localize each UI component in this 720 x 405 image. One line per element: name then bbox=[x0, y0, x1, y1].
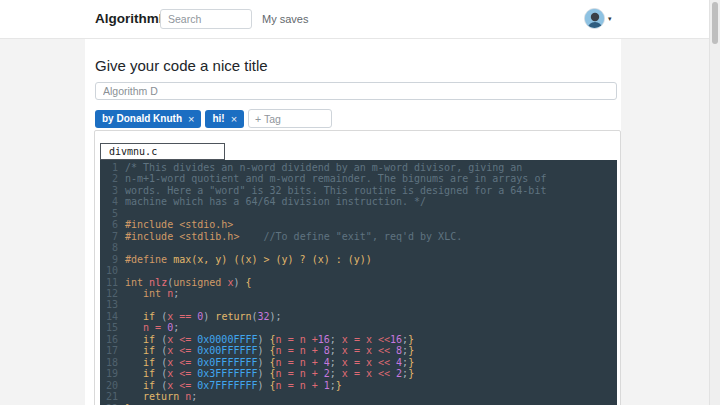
code-token: = bbox=[348, 334, 366, 345]
tag-pill[interactable]: by Donald Knuth × bbox=[95, 110, 201, 128]
code-line: 4machine which has a 64/64 division inst… bbox=[105, 196, 617, 207]
code-token bbox=[125, 380, 143, 391]
code-token: <= bbox=[173, 357, 197, 368]
code-token bbox=[239, 231, 263, 242]
code-token: + bbox=[306, 368, 324, 379]
code-token: = bbox=[282, 380, 300, 391]
code-token: } bbox=[408, 345, 414, 356]
code-token: + bbox=[306, 357, 324, 368]
code-token: ; bbox=[173, 288, 179, 299]
code-token: ) bbox=[258, 357, 270, 368]
code-token: = bbox=[282, 357, 300, 368]
code-token: ) bbox=[258, 368, 270, 379]
tag-pill[interactable]: hi! × bbox=[205, 110, 244, 128]
code-line: 3words. Here a "word" is 32 bits. This r… bbox=[105, 185, 617, 196]
line-number: 19 bbox=[105, 368, 118, 379]
line-number: 17 bbox=[105, 345, 118, 356]
code-token: nlz bbox=[149, 277, 167, 288]
code-line: 11int nlz(unsigned x) { bbox=[105, 277, 617, 288]
code-editor[interactable]: 1/* This divides an n-word dividend by a… bbox=[100, 160, 617, 405]
code-token: << bbox=[372, 334, 390, 345]
header: AlgorithmD My saves ▾ bbox=[0, 0, 720, 39]
code-token: return bbox=[143, 391, 185, 402]
code-token: 16 bbox=[318, 334, 330, 345]
code-token: ; bbox=[330, 357, 342, 368]
code-line: 6#include <stdio.h> bbox=[105, 219, 617, 230]
code-token bbox=[125, 322, 143, 333]
code-token: ; bbox=[173, 322, 179, 333]
code-token: } bbox=[336, 380, 342, 391]
code-token: ) bbox=[258, 334, 270, 345]
scrollbar-thumb[interactable] bbox=[712, 2, 718, 44]
code-token: ; bbox=[330, 334, 342, 345]
avatar[interactable] bbox=[584, 8, 605, 29]
user-photo-icon bbox=[585, 9, 605, 29]
code-token: <stdio.h> bbox=[179, 219, 233, 230]
code-lines: 1/* This divides an n-word dividend by a… bbox=[100, 160, 617, 405]
code-token: #include bbox=[125, 219, 173, 230]
code-line: 16 if (x <= 0x0000FFFF) {n = n +16; x = … bbox=[105, 334, 617, 345]
code-line: 20 if (x <= 0x7FFFFFFF) {n = n + 1;} bbox=[105, 380, 617, 391]
code-token: ; bbox=[330, 345, 342, 356]
nav-my-saves[interactable]: My saves bbox=[262, 0, 308, 38]
code-line: 10 bbox=[105, 265, 617, 276]
app-window: AlgorithmD My saves ▾ Give your code a n… bbox=[0, 0, 720, 405]
code-token: max(x, y) ((x) > (y) ? (x) : (y)) bbox=[167, 254, 372, 265]
line-number: 8 bbox=[105, 242, 118, 253]
code-token: { bbox=[245, 277, 251, 288]
tag-label: by Donald Knuth bbox=[102, 113, 182, 124]
code-token: if bbox=[143, 311, 161, 322]
brand-logo[interactable]: AlgorithmD bbox=[95, 0, 169, 38]
line-number: 3 bbox=[105, 185, 118, 196]
code-line: 9#define max(x, y) ((x) > (y) ? (x) : (y… bbox=[105, 254, 617, 265]
line-number: 10 bbox=[105, 265, 118, 276]
code-token: machine which has a 64/64 division instr… bbox=[125, 196, 426, 207]
code-token: = bbox=[348, 357, 366, 368]
line-number: 9 bbox=[105, 254, 118, 265]
code-token: <= bbox=[173, 345, 197, 356]
code-token bbox=[125, 357, 143, 368]
code-line: 2n-m+1-word quotient and m-word remainde… bbox=[105, 173, 617, 184]
code-token: if bbox=[143, 345, 161, 356]
code-token: = bbox=[348, 345, 366, 356]
code-line: 18 if (x <= 0x0FFFFFFF) {n = n + 4; x = … bbox=[105, 357, 617, 368]
code-token: if bbox=[143, 334, 161, 345]
code-token: 16 bbox=[390, 334, 402, 345]
code-token: } bbox=[408, 368, 414, 379]
code-token: } bbox=[408, 357, 414, 368]
code-line: 14 if (x == 0) return(32); bbox=[105, 311, 617, 322]
code-line: 21 return n; bbox=[105, 391, 617, 402]
code-token: = bbox=[348, 368, 366, 379]
code-token: //To define "exit", req'd by XLC. bbox=[264, 231, 463, 242]
code-token bbox=[125, 391, 143, 402]
add-tag-input[interactable] bbox=[248, 109, 332, 128]
code-token bbox=[125, 334, 143, 345]
line-number: 12 bbox=[105, 288, 118, 299]
remove-tag-icon[interactable]: × bbox=[231, 113, 237, 125]
title-input[interactable] bbox=[95, 82, 617, 100]
code-token: + bbox=[306, 380, 324, 391]
code-token: == bbox=[173, 311, 197, 322]
line-number: 21 bbox=[105, 391, 118, 402]
code-line: 5 bbox=[105, 208, 617, 219]
code-token: n-m+1-word quotient and m-word remainder… bbox=[125, 173, 546, 184]
search-input[interactable] bbox=[160, 9, 252, 29]
chevron-down-icon[interactable]: ▾ bbox=[608, 0, 612, 37]
code-token: ) bbox=[233, 277, 245, 288]
file-name: divmnu.c bbox=[109, 146, 157, 157]
line-number: 20 bbox=[105, 380, 118, 391]
code-token: <stdlib.h> bbox=[179, 231, 239, 242]
code-token: ) bbox=[203, 311, 215, 322]
code-token: <= bbox=[173, 368, 197, 379]
code-token: 0x7FFFFFFF bbox=[197, 380, 257, 391]
code-token: 0x0000FFFF bbox=[197, 334, 257, 345]
line-number: 5 bbox=[105, 208, 118, 219]
file-tab[interactable]: divmnu.c bbox=[100, 143, 225, 160]
code-token: 0x0FFFFFFF bbox=[197, 357, 257, 368]
remove-tag-icon[interactable]: × bbox=[188, 113, 194, 125]
code-token: 32 bbox=[258, 311, 270, 322]
scrollbar[interactable] bbox=[709, 0, 720, 405]
code-token: = bbox=[149, 322, 167, 333]
line-number: 1 bbox=[105, 162, 118, 173]
code-token bbox=[125, 288, 143, 299]
